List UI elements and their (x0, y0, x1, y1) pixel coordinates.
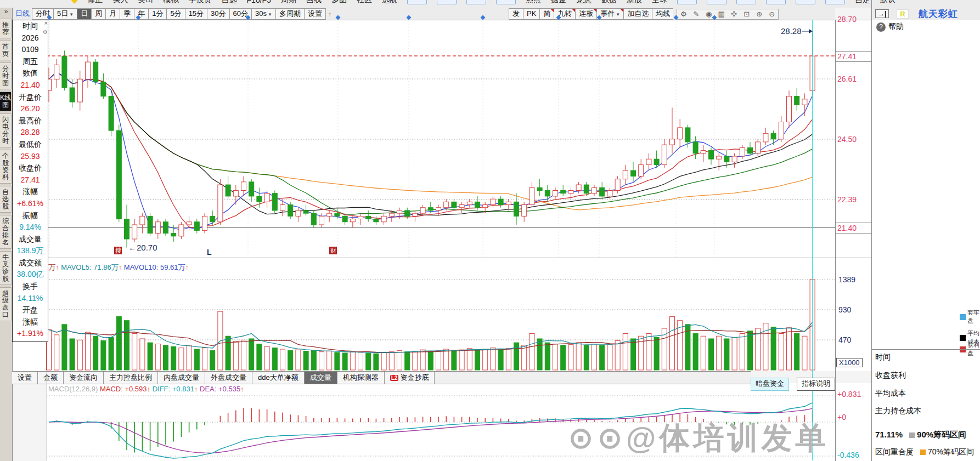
tool-button-均线[interactable]: 均线 (652, 8, 673, 20)
tab-dark-pool-funds[interactable]: 暗盘资金 (751, 378, 789, 391)
menu-quick-button[interactable] (437, 0, 457, 4)
sidebar-tab-分时图[interactable]: 分时图 (0, 62, 12, 89)
tool-button-简[interactable]: 简 (539, 8, 554, 20)
zoom-out-icon[interactable]: ⊖ (765, 10, 778, 18)
dock-panel-button[interactable]: →| (875, 9, 889, 18)
hand-icon[interactable]: ✣ (728, 10, 740, 18)
menu-quick-button[interactable] (677, 0, 697, 4)
menu-item-模拟[interactable]: 模拟 (164, 0, 179, 5)
indicator-tab-资金流向[interactable]: 资金流向 (64, 372, 104, 384)
question-icon: ? (876, 22, 886, 32)
menu-item-掘金[interactable]: 掘金 (551, 0, 566, 5)
indicator-tab-dde大单净额[interactable]: dde大单净额 (252, 372, 305, 384)
menu-quick-button[interactable] (407, 0, 427, 4)
period-button-多周期[interactable]: 多周期 (275, 8, 304, 20)
tool-button-事件[interactable]: 事件▼ (596, 8, 623, 20)
menu-item-周期[interactable]: 周期 (281, 0, 296, 5)
gear-icon[interactable]: ⚙ (677, 10, 690, 18)
menu-item-买入[interactable]: 买入 (113, 0, 128, 5)
period-button-30分[interactable]: 30分 (207, 8, 229, 20)
menu-item-学投资[interactable]: 学投资 (189, 0, 212, 5)
sidebar-tab-推荐[interactable]: 推荐 (0, 19, 12, 38)
sidebar-tab-超级盘口[interactable]: 超级盘口 (0, 287, 12, 321)
menu-item-画线[interactable]: 画线 (306, 0, 322, 5)
watermark: ⊙⊙@体培训发单 (568, 418, 829, 459)
menu-item-多图[interactable]: 多图 (331, 0, 347, 5)
tool-button-连板[interactable]: 连板 (575, 8, 596, 20)
sidebar-tab-牛叉诊股[interactable]: 牛叉诊股 (0, 251, 12, 285)
sidebar-tab-自选股[interactable]: 自选股 (0, 186, 12, 213)
sidebar-tab-综合排名[interactable]: 综合排名 (0, 215, 12, 249)
period-button-年[interactable]: 年 (134, 8, 148, 20)
legend-square-70pct (920, 449, 926, 455)
menu-item-修正[interactable]: 修正 (88, 0, 103, 5)
close-icon[interactable]: × (44, 20, 48, 26)
trash-icon[interactable]: ▦ (715, 10, 728, 18)
gear-icon[interactable]: ⚙ (43, 26, 48, 38)
drawing-icon-strip: ⚙✎◉▦✣⊡⊕⊖ (677, 9, 779, 20)
pen-icon[interactable]: ✎ (690, 10, 702, 18)
period-button-周[interactable]: 周 (91, 8, 105, 20)
collapse-chevron-icon[interactable]: » (0, 8, 12, 16)
menu-quick-button[interactable] (825, 0, 845, 4)
indicator-tab-外盘成交量[interactable]: 外盘成交量 (205, 372, 252, 384)
menu-item-龙虎[interactable]: 龙虎 (576, 0, 592, 5)
tab-indicator-note[interactable]: 指标说明 (797, 378, 835, 391)
period-button-分时[interactable]: 分时 (32, 8, 53, 20)
header-text: MACD: +0.593 (100, 385, 147, 393)
help-button[interactable]: ? 帮助 (876, 22, 904, 32)
menu-quick-button[interactable] (736, 0, 756, 4)
menu-item-全球[interactable]: 全球 (652, 0, 667, 5)
indicator-tab-机构探测器[interactable]: 机构探测器 (337, 372, 385, 384)
menu-item-数据[interactable]: 数据 (601, 0, 617, 5)
zoom-in-icon[interactable]: ⊕ (753, 10, 765, 18)
indicator-tab-设置[interactable]: 设置 (12, 372, 38, 384)
price-axis-label: 27.41 (836, 51, 872, 62)
indicator-tab-内盘成交量[interactable]: 内盘成交量 (158, 372, 205, 384)
tool-button-发[interactable]: 发 (509, 8, 523, 20)
legend-square-90pct (909, 432, 915, 438)
sidebar-tab-个股资料[interactable]: 个股资料 (0, 150, 12, 184)
header-text: 万 (48, 263, 55, 271)
menu-item-卖出[interactable]: 卖出 (138, 0, 154, 5)
sidebar-tab-K线图[interactable]: K线图 (0, 92, 12, 111)
indicator-tab-资金抄底[interactable]: L2资金抄底 (385, 372, 435, 384)
menu-quick-button[interactable] (766, 0, 786, 4)
period-button-日[interactable]: 日 (77, 8, 91, 20)
sidebar-tab-首页[interactable]: 首页 (0, 41, 12, 60)
menu-item-远航[interactable]: 远航 (382, 0, 397, 5)
menu-item-F10/F5[interactable]: F10/F5 (247, 0, 271, 4)
header-text: MAVOL5: 71.86万 (61, 263, 119, 271)
tool-button-PK[interactable]: PK (523, 8, 539, 20)
period-button-月[interactable]: 月 (105, 8, 120, 20)
menu-quick-button[interactable] (796, 0, 815, 4)
menu-quick-button[interactable] (466, 0, 486, 4)
info-row: 成交额 (13, 257, 48, 269)
menu-quick-button[interactable] (496, 0, 516, 4)
indicator-tab-主力控盘比例[interactable]: 主力控盘比例 (104, 372, 158, 384)
indicator-tab-金额[interactable]: 金额 (38, 372, 64, 384)
eye-icon[interactable]: ◉ (702, 10, 715, 18)
tool-button-九转[interactable]: 九转 (554, 8, 575, 20)
menu-item-自选[interactable]: 自选 (222, 0, 237, 5)
indicator-tab-成交量[interactable]: 成交量 (305, 372, 337, 384)
menu-item-热点[interactable]: 热点 (526, 0, 541, 5)
menu-quick-button[interactable] (707, 0, 726, 4)
period-button-1分[interactable]: 1分 (148, 8, 166, 20)
period-button-60分[interactable]: 60分 (229, 8, 251, 20)
sidebar-tab-闪电分时[interactable]: 闪电分时 (0, 113, 12, 147)
period-button-15分[interactable]: 15分 (185, 8, 207, 20)
lock-icon[interactable]: ⊡ (740, 10, 753, 18)
menu-item-社区[interactable]: 社区 (357, 0, 372, 5)
tool-button-加自选[interactable]: 加自选 (623, 8, 652, 20)
period-button-30s[interactable]: 30s▼ (251, 8, 275, 20)
period-button-设置[interactable]: 设置 (304, 8, 326, 20)
top-menubar: ◆修正买入卖出模拟学投资自选F10/F5周期画线多图社区远航热点掘金龙虎数据新股… (0, 0, 980, 8)
period-button-5分[interactable]: 5分 (166, 8, 184, 20)
menu-item-自定[interactable]: 自定 (855, 0, 870, 5)
period-button-5日[interactable]: 5日▼ (53, 8, 77, 20)
menu-item-新股[interactable]: 新股 (627, 0, 642, 5)
menu-item-默认[interactable]: 默认 (880, 0, 895, 5)
volume-unit-label: X1000 (836, 358, 863, 367)
period-button-季[interactable]: 季 (120, 8, 134, 20)
